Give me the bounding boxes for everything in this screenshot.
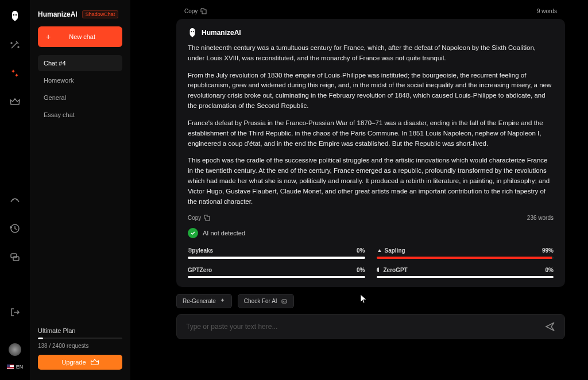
detector-pct: 99% [542, 247, 554, 254]
copy-button[interactable]: Copy [188, 215, 210, 221]
detector-name: ©pyleaks [188, 247, 213, 254]
icon-rail: EN [0, 0, 30, 380]
svg-point-7 [193, 31, 194, 32]
app-badge: ShadowChat [82, 10, 119, 18]
crown-icon [91, 359, 99, 366]
ai-status-text: AI not detected [203, 230, 245, 236]
response-paragraph: This epoch was the cradle of the success… [188, 156, 554, 207]
detector-name: GPTZero [188, 267, 212, 273]
chat-list: Chat #4 Homework General Essay chat [38, 55, 122, 123]
history-icon[interactable] [9, 223, 21, 234]
copy-icon [204, 215, 210, 221]
copy-icon [200, 8, 207, 14]
svg-point-10 [283, 301, 284, 302]
response-paragraph: From the July revolution of 1830 the emp… [188, 71, 554, 111]
svg-point-0 [13, 14, 14, 15]
plan-name: Ultimate Plan [38, 327, 122, 334]
detectors-grid: ©pyleaks 0% Sapling 99% GPTZero [188, 247, 554, 278]
word-count: 236 words [527, 215, 554, 221]
logout-icon[interactable] [9, 307, 21, 318]
input-bar [176, 314, 565, 339]
app-name: HumanizeAI [38, 10, 78, 18]
main-content: Copy 9 words HumanizeAI The nineteenth c… [130, 0, 588, 380]
copy-label: Copy [184, 8, 198, 14]
top-meta-row: Copy 9 words [176, 8, 565, 19]
crown-icon[interactable] [9, 96, 21, 108]
word-count: 9 words [537, 8, 557, 14]
detector-item: GPTZero 0% [188, 267, 365, 278]
detector-pct: 0% [546, 267, 554, 273]
chat-item[interactable]: Essay chat [38, 107, 122, 123]
plan-progress [38, 338, 122, 339]
plus-icon: + [46, 32, 51, 41]
lang-label: EN [16, 364, 24, 370]
comments-icon[interactable] [9, 251, 21, 263]
chat-item[interactable]: Chat #4 [38, 55, 122, 71]
svg-point-11 [284, 301, 285, 302]
new-chat-label: New chat [69, 33, 95, 40]
actions-row: Re-Generate Check For AI [176, 293, 565, 314]
half-circle-icon [377, 267, 381, 272]
response-paragraph: France's defeat by Prussia in the Franco… [188, 118, 554, 149]
detector-name: Sapling [377, 247, 405, 254]
logo-icon [188, 28, 197, 37]
sidebar: HumanizeAI ShadowChat + New chat Chat #4… [30, 0, 130, 380]
detector-name: ZeroGPT [377, 267, 408, 273]
sparkle-icon [219, 298, 226, 304]
language-switcher[interactable]: EN [7, 364, 24, 370]
chat-item[interactable]: Homework [38, 72, 122, 88]
send-button[interactable] [545, 321, 555, 332]
regenerate-button[interactable]: Re-Generate [176, 294, 232, 308]
card-footer: Copy 236 words [188, 215, 554, 221]
svg-rect-5 [202, 10, 206, 14]
svg-rect-9 [282, 300, 287, 303]
detector-item: ©pyleaks 0% [188, 247, 365, 259]
svg-point-1 [16, 14, 17, 15]
response-paragraph: The nineteenth century was a tumultuous … [188, 43, 554, 64]
upgrade-button[interactable]: Upgrade [38, 355, 122, 370]
detector-item: Sapling 99% [377, 247, 554, 259]
logo-icon[interactable] [9, 10, 21, 22]
response-title: HumanizeAI [202, 29, 241, 37]
upgrade-label: Upgrade [61, 359, 86, 366]
robot-icon [281, 298, 288, 304]
detector-pct: 0% [357, 247, 365, 254]
ai-status: AI not detected [188, 228, 554, 238]
flag-icon [7, 365, 14, 369]
svg-point-6 [191, 31, 192, 32]
response-body: The nineteenth century was a tumultuous … [188, 43, 554, 207]
check-label: Check For AI [244, 298, 277, 304]
sparkles-icon[interactable] [9, 68, 21, 79]
plan-requests: 138 / 2400 requests [38, 343, 122, 349]
sapling-icon [377, 248, 382, 254]
copy-label: Copy [188, 215, 201, 221]
response-card: HumanizeAI The nineteenth century was a … [176, 19, 565, 287]
cursor-icon [360, 294, 368, 304]
avatar[interactable] [9, 343, 21, 356]
magic-wand-icon[interactable] [9, 39, 21, 51]
message-input[interactable] [186, 323, 545, 331]
check-icon [188, 228, 198, 238]
sidebar-header: HumanizeAI ShadowChat [38, 10, 122, 18]
regenerate-label: Re-Generate [183, 298, 216, 304]
detector-pct: 0% [357, 267, 365, 273]
new-chat-button[interactable]: + New chat [38, 26, 122, 47]
paper-plane-icon[interactable] [9, 194, 21, 205]
chat-item[interactable]: General [38, 90, 122, 106]
svg-rect-8 [206, 216, 210, 220]
detector-item: ZeroGPT 0% [377, 267, 554, 278]
copy-button[interactable]: Copy [184, 8, 207, 14]
check-ai-button[interactable]: Check For AI [238, 294, 294, 308]
plan-block: Ultimate Plan 138 / 2400 requests Upgrad… [38, 327, 122, 370]
